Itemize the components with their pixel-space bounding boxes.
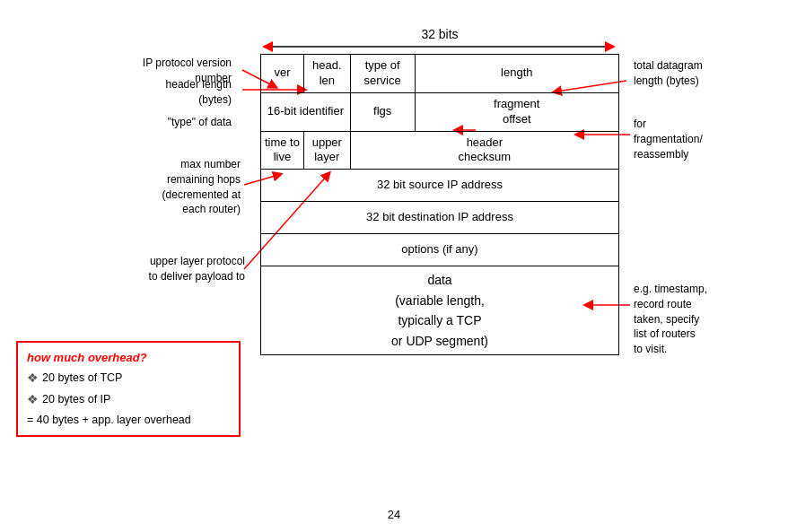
page-number: 24: [388, 508, 400, 521]
cell-identifier: 16-bit identifier: [261, 92, 351, 131]
overhead-item-1-label: 20 bytes of TCP: [42, 369, 122, 388]
table-row: 16-bit identifier flgs fragmentoffset: [261, 92, 619, 131]
cell-checksum: headerchecksum: [350, 131, 618, 170]
cell-fragoffset: fragmentoffset: [415, 92, 618, 131]
overhead-box: how much overhead? ❖ 20 bytes of TCP ❖ 2…: [16, 341, 241, 437]
overhead-item-2: ❖ 20 bytes of IP: [27, 389, 230, 411]
overhead-title: how much overhead?: [27, 348, 230, 368]
packet-table: ver head.len type ofservice length 16-bi…: [260, 54, 619, 355]
cell-tos: type ofservice: [350, 55, 415, 93]
annot-fragmentation: forfragmentation/reassembly: [634, 117, 777, 161]
table-row: time tolive upperlayer headerchecksum: [261, 131, 619, 170]
annot-options-eg: e.g. timestamp,record routetaken, specif…: [634, 282, 777, 357]
packet-diagram: ver head.len type ofservice length 16-bi…: [260, 54, 619, 355]
cell-ver: ver: [261, 55, 304, 93]
table-row: ver head.len type ofservice length: [261, 55, 619, 93]
cell-options: options (if any): [261, 234, 619, 266]
cell-flags: flgs: [350, 92, 415, 131]
annot-header-length: header length(bytes): [16, 77, 232, 108]
cell-upperlayer: upperlayer: [303, 131, 350, 170]
table-row: options (if any): [261, 234, 619, 266]
cell-data: data(variable length,typically a TCPor U…: [261, 266, 619, 355]
overhead-item-1: ❖ 20 bytes of TCP: [27, 368, 230, 389]
cell-srcip: 32 bit source IP address: [261, 170, 619, 202]
table-row: data(variable length,typically a TCPor U…: [261, 266, 619, 355]
cell-ttl: time tolive: [261, 131, 304, 170]
annot-total-length: total datagramlength (bytes): [634, 58, 777, 89]
bullet-icon-1: ❖: [27, 368, 39, 389]
annot-remaining-hops: max numberremaining hops(decremented ate…: [16, 157, 241, 217]
bullet-icon-2: ❖: [27, 389, 39, 411]
cell-headlen: head.len: [303, 55, 350, 93]
overhead-item-2-label: 20 bytes of IP: [42, 390, 110, 409]
annot-upper-layer: upper layer protocolto deliver payload t…: [16, 254, 245, 284]
overhead-total: = 40 bytes + app. layer overhead: [27, 411, 230, 430]
cell-length: length: [415, 55, 618, 93]
table-row: 32 bit source IP address: [261, 170, 619, 202]
bits-label: 32 bits: [260, 27, 619, 41]
cell-dstip: 32 bit destination IP address: [261, 202, 619, 234]
table-row: 32 bit destination IP address: [261, 202, 619, 234]
annot-type-of-data: "type" of data: [16, 115, 232, 130]
